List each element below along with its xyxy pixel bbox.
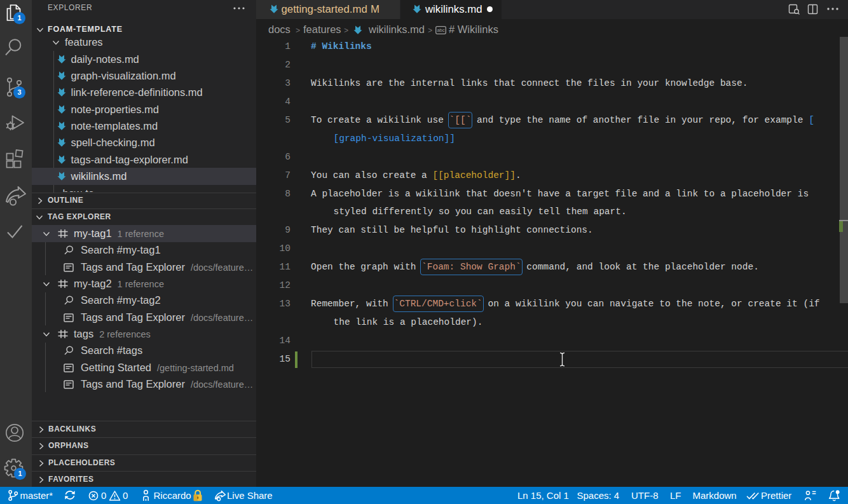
svg-text:abc: abc: [437, 27, 444, 33]
